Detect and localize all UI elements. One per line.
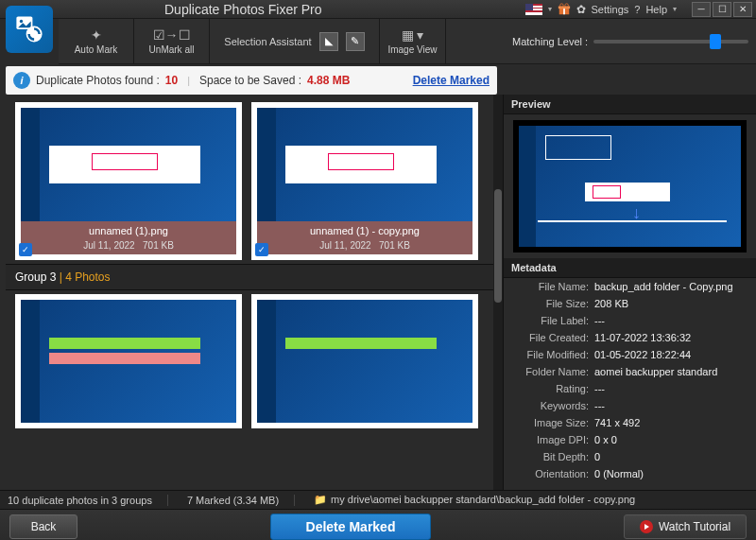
help-dropdown-icon[interactable]: ▾ — [673, 5, 677, 13]
gallery-scrollbar[interactable] — [493, 95, 503, 490]
thumbnail-checkbox[interactable]: ✓ — [255, 243, 268, 256]
group-count: 4 Photos — [65, 270, 110, 284]
selection-assistant-label: Selection Assistant — [224, 36, 311, 47]
preview-box: ↓ — [513, 120, 747, 253]
metadata-row: Bit Depth:0 — [504, 448, 756, 465]
info-icon: i — [13, 72, 30, 89]
scrollbar-handle[interactable] — [494, 189, 502, 303]
help-link[interactable]: Help — [645, 4, 667, 15]
bottom-bar: Back Delete Marked Watch Tutorial — [0, 509, 756, 540]
group-header[interactable]: Group 3 | 4 Photos — [6, 264, 497, 290]
thumbnail-meta: Jul 11, 2022 701 KB — [257, 240, 472, 254]
metadata-row: Image Size:741 x 492 — [504, 414, 756, 431]
delete-marked-link[interactable]: Delete Marked — [413, 74, 490, 87]
right-panel: Preview ↓ Metadata File Name:backup_add … — [503, 95, 756, 490]
space-value: 4.88 MB — [307, 74, 350, 87]
metadata-row: Keywords:--- — [504, 397, 756, 414]
status-marked: 7 Marked (3.34 MB) — [187, 495, 295, 506]
preview-header: Preview — [504, 95, 756, 114]
gallery-panel: unnamed (1).png Jul 11, 2022 701 KB ✓ un… — [0, 95, 503, 490]
status-summary: 10 duplicate photos in 3 groups — [8, 495, 168, 506]
watch-tutorial-button[interactable]: Watch Tutorial — [624, 514, 747, 539]
svg-point-1 — [20, 20, 23, 23]
group-3-row — [6, 290, 497, 432]
gear-icon: ✿ — [576, 3, 586, 16]
help-icon: ? — [634, 4, 640, 15]
minimize-button[interactable]: ─ — [692, 2, 711, 17]
thumbnail-item[interactable] — [15, 294, 242, 428]
svg-rect-4 — [563, 8, 565, 14]
thumbnail-meta: Jul 11, 2022 701 KB — [21, 240, 236, 254]
group-name: Group 3 — [15, 270, 56, 284]
thumbnail-image — [21, 108, 236, 221]
auto-mark-button[interactable]: ✦ Auto Mark — [59, 19, 134, 64]
selection-tool-1-button[interactable]: ◣ — [319, 32, 338, 51]
watch-tutorial-label: Watch Tutorial — [659, 520, 730, 533]
close-button[interactable]: ✕ — [733, 2, 752, 17]
thumbnail-item[interactable]: unnamed (1).png Jul 11, 2022 701 KB ✓ — [15, 102, 242, 260]
found-label: Duplicate Photos found : — [36, 74, 160, 87]
title-bar: Duplicate Photos Fixer Pro ▾ ✿ Settings … — [0, 0, 756, 19]
thumbnail-filename: unnamed (1) - copy.png — [257, 221, 472, 240]
thumbnail-checkbox[interactable]: ✓ — [19, 243, 32, 256]
folder-icon: 📁 — [314, 494, 327, 505]
app-logo — [6, 6, 53, 53]
gift-icon[interactable] — [558, 3, 571, 16]
auto-mark-label: Auto Mark — [75, 44, 118, 55]
thumbnail-image — [257, 108, 472, 221]
metadata-row: File Modified:01-05-2022 18:22:44 — [504, 346, 756, 363]
metadata-header: Metadata — [504, 258, 756, 278]
delete-marked-button[interactable]: Delete Marked — [270, 514, 431, 540]
metadata-row: Folder Name:aomei backupper standard — [504, 363, 756, 380]
image-view-button[interactable]: ▦ ▾ Image View — [380, 19, 446, 64]
thumbnail-item[interactable] — [251, 294, 478, 428]
language-flag-icon[interactable] — [525, 4, 542, 15]
uncheck-icon: ☑→☐ — [153, 27, 191, 43]
selection-assistant-group: Selection Assistant ◣ ✎ — [210, 19, 380, 64]
selection-tool-2-button[interactable]: ✎ — [346, 32, 365, 51]
slider-knob[interactable] — [710, 34, 721, 49]
thumbnail-image — [21, 300, 236, 423]
info-bar: i Duplicate Photos found : 10 | Space to… — [6, 66, 497, 95]
metadata-row: Image DPI:0 x 0 — [504, 431, 756, 448]
main-area: unnamed (1).png Jul 11, 2022 701 KB ✓ un… — [0, 95, 756, 490]
back-button[interactable]: Back — [9, 514, 77, 539]
metadata-row: File Size:208 KB — [504, 295, 756, 312]
matching-level-control: Matching Level : — [512, 23, 748, 61]
language-dropdown-icon[interactable]: ▾ — [548, 5, 552, 13]
thumbnail-image — [257, 300, 472, 423]
found-count: 10 — [165, 74, 178, 87]
maximize-button[interactable]: ☐ — [713, 2, 731, 17]
metadata-row: Orientation:0 (Normal) — [504, 465, 756, 482]
metadata-list: File Name:backup_add folder - Copy.png F… — [504, 278, 756, 490]
play-icon — [640, 520, 653, 533]
metadata-row: Rating:--- — [504, 380, 756, 397]
unmark-all-button[interactable]: ☑→☐ UnMark all — [134, 19, 210, 64]
preview-image[interactable]: ↓ — [519, 126, 741, 247]
space-label: Space to be Saved : — [199, 74, 301, 87]
wand-icon: ✦ — [91, 27, 102, 43]
image-view-label: Image View — [387, 44, 437, 55]
app-title: Duplicate Photos Fixer Pro — [164, 2, 525, 17]
settings-link[interactable]: Settings — [592, 4, 629, 15]
status-bar: 10 duplicate photos in 3 groups 7 Marked… — [0, 490, 756, 509]
unmark-all-label: UnMark all — [149, 44, 195, 55]
separator: | — [187, 75, 190, 86]
metadata-row: File Created:11-07-2022 13:36:32 — [504, 329, 756, 346]
thumbnail-item[interactable]: unnamed (1) - copy.png Jul 11, 2022 701 … — [251, 102, 478, 260]
metadata-row: File Label:--- — [504, 312, 756, 329]
matching-level-label: Matching Level : — [512, 36, 588, 47]
group-2-row: unnamed (1).png Jul 11, 2022 701 KB ✓ un… — [6, 98, 497, 264]
grid-icon: ▦ ▾ — [402, 27, 424, 43]
metadata-row: File Name:backup_add folder - Copy.png — [504, 278, 756, 295]
thumbnail-filename: unnamed (1).png — [21, 221, 236, 240]
status-path: 📁my drive\aomei backupper standard\backu… — [314, 494, 635, 506]
matching-level-slider[interactable] — [593, 40, 748, 44]
